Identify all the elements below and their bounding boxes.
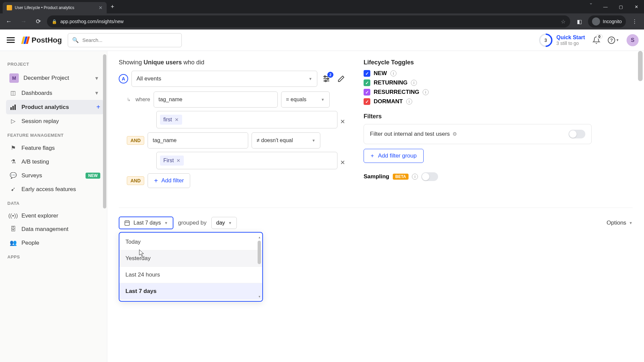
operator-selector[interactable]: ≠ doesn't equal ▼ — [252, 132, 320, 148]
logo[interactable]: PostHog — [22, 36, 62, 45]
sidebar-item-surveys[interactable]: 💬 Surveys NEW — [6, 169, 104, 182]
toggle-dormant[interactable]: ✓ DORMANT i — [364, 98, 592, 105]
toggle-resurrecting[interactable]: ✓ RESURRECTING i — [364, 89, 592, 96]
and-connector: AND — [127, 136, 144, 145]
search-input[interactable]: 🔍 — [68, 33, 182, 47]
search-field[interactable] — [82, 37, 177, 43]
maximize-button[interactable]: ▢ — [613, 0, 629, 13]
menu-toggle-button[interactable] — [5, 35, 16, 46]
property-selector[interactable]: tag_name — [148, 132, 248, 148]
close-tab-icon[interactable]: ✕ — [99, 5, 103, 10]
bookmark-icon[interactable]: ☆ — [561, 18, 566, 25]
plus-icon: + — [371, 153, 374, 159]
sidebar-item-feature-flags[interactable]: ⚑ Feature flags — [6, 141, 104, 155]
svg-point-8 — [325, 80, 326, 81]
sampling-toggle[interactable] — [421, 172, 438, 181]
sidebar-section-apps: APPS — [7, 254, 104, 259]
help-button[interactable]: ? ▼ — [608, 37, 619, 44]
beta-badge: BETA — [393, 174, 409, 180]
filter-toggle-button[interactable]: 2 — [321, 73, 332, 84]
incognito-badge[interactable]: Incognito — [588, 15, 626, 27]
info-icon[interactable]: i — [412, 174, 418, 180]
main-content: Showing Unique users who did A All event… — [107, 51, 644, 362]
incognito-label: Incognito — [603, 19, 622, 24]
play-icon: ▷ — [9, 118, 17, 125]
sidebar-item-dashboards[interactable]: ◫ Dashboards ▾ — [6, 86, 104, 100]
options-button[interactable]: Options ▼ — [607, 220, 633, 226]
notifications-button[interactable]: 0 — [592, 36, 600, 44]
toggle-new[interactable]: ✓ NEW i — [364, 70, 592, 77]
event-selector[interactable]: All events ▼ — [131, 71, 317, 87]
internal-filter-label: Filter out internal and test users — [370, 131, 450, 137]
remove-filter-button[interactable]: ✕ — [340, 118, 345, 125]
people-icon: 👥 — [9, 239, 17, 246]
quickstart-progress-ring: 3 — [536, 31, 555, 50]
dropdown-item-last-7-days[interactable]: Last 7 days — [119, 283, 262, 300]
browser-menu-icon[interactable]: ⋮ — [632, 18, 637, 25]
add-filter-group-button[interactable]: + Add filter group — [364, 149, 424, 163]
sidebar-item-event-explorer[interactable]: ((•)) Event explorer — [6, 209, 104, 223]
gear-icon[interactable]: ⚙ — [452, 131, 457, 137]
browser-tab[interactable]: User Lifecycle • Product analytics ✕ — [3, 2, 107, 13]
branch-icon: ↳ — [127, 97, 131, 102]
sidebar-item-ab-testing[interactable]: ⚗ A/B testing — [6, 155, 104, 169]
sidebar-item-data-management[interactable]: 🗄 Data management — [6, 223, 104, 236]
logo-text: PostHog — [32, 36, 62, 45]
filter-value-input[interactable]: First ✕ — [156, 152, 337, 169]
sidebar-item-people[interactable]: 👥 People — [6, 236, 104, 250]
extensions-icon[interactable]: ◧ — [577, 18, 582, 25]
sidebar-section-data: DATA — [7, 201, 104, 206]
info-icon[interactable]: i — [406, 99, 412, 105]
svg-rect-2 — [14, 105, 16, 110]
operator-selector[interactable]: = equals ▼ — [281, 92, 330, 108]
add-insight-button[interactable]: + — [96, 103, 100, 111]
remove-chip-icon[interactable]: ✕ — [176, 158, 180, 163]
address-bar[interactable]: 🔒 app.posthog.com/insights/new ☆ — [47, 15, 570, 27]
new-tab-button[interactable]: + — [111, 3, 114, 10]
quickstart-widget[interactable]: 3 Quick Start 3 still to go — [539, 34, 585, 47]
checkbox-checked-icon: ✓ — [364, 79, 370, 86]
sidebar-item-session-replay[interactable]: ▷ Session replay — [6, 114, 104, 128]
rocket-icon: ➹ — [9, 186, 17, 193]
date-range-button[interactable]: Last 7 days ▼ — [119, 217, 173, 229]
sidebar-item-product-analytics[interactable]: Product analytics + — [6, 100, 104, 114]
main-scrollbar[interactable] — [638, 51, 643, 81]
date-controls: Last 7 days ▼ grouped by day ▼ Options ▼… — [119, 207, 633, 229]
scroll-up-icon[interactable]: ▴ — [259, 235, 260, 239]
dropdown-item-yesterday[interactable]: Yesterday — [119, 250, 262, 267]
toggle-returning[interactable]: ✓ RETURNING i — [364, 79, 592, 86]
dropdown-item-today[interactable]: Today — [119, 234, 262, 250]
info-icon[interactable]: i — [423, 89, 429, 95]
svg-rect-9 — [125, 221, 129, 226]
chevron-down-icon: ▼ — [164, 221, 168, 225]
add-filter-button[interactable]: + Add filter — [148, 173, 190, 188]
chevron-down-icon: ▼ — [321, 98, 325, 102]
sidebar-scrollbar[interactable] — [103, 54, 106, 208]
internal-users-toggle[interactable] — [569, 130, 585, 138]
info-icon[interactable]: i — [411, 80, 417, 86]
sidebar-item-early-access[interactable]: ➹ Early access features — [6, 182, 104, 196]
dropdown-scrollbar[interactable]: ▴ ▾ — [257, 235, 262, 298]
filters-heading: Filters — [364, 113, 592, 120]
remove-filter-button[interactable]: ✕ — [340, 159, 345, 166]
info-icon[interactable]: i — [390, 70, 396, 76]
remove-chip-icon[interactable]: ✕ — [175, 117, 179, 122]
project-avatar: M — [9, 73, 19, 83]
dropdown-item-last-24-hours[interactable]: Last 24 hours — [119, 267, 262, 283]
back-button[interactable]: ← — [3, 15, 15, 27]
rename-series-button[interactable] — [335, 73, 347, 84]
interval-selector[interactable]: day ▼ — [211, 217, 237, 229]
tab-overflow-icon[interactable]: ⌄ — [584, 0, 598, 13]
chevron-down-icon: ▼ — [629, 221, 633, 225]
property-selector[interactable]: tag_name — [154, 92, 278, 108]
pencil-icon — [337, 75, 345, 82]
scroll-down-icon[interactable]: ▾ — [259, 295, 260, 298]
favicon — [7, 5, 12, 10]
project-selector[interactable]: M December Project ▾ — [6, 70, 104, 86]
user-avatar[interactable]: S — [627, 34, 639, 46]
minimize-button[interactable]: — — [598, 0, 613, 13]
browser-toolbar: ← → ⟳ 🔒 app.posthog.com/insights/new ☆ ◧… — [0, 13, 644, 29]
close-window-button[interactable]: ✕ — [629, 0, 644, 13]
filter-value-input[interactable]: first ✕ — [156, 111, 337, 128]
reload-button[interactable]: ⟳ — [32, 15, 44, 27]
